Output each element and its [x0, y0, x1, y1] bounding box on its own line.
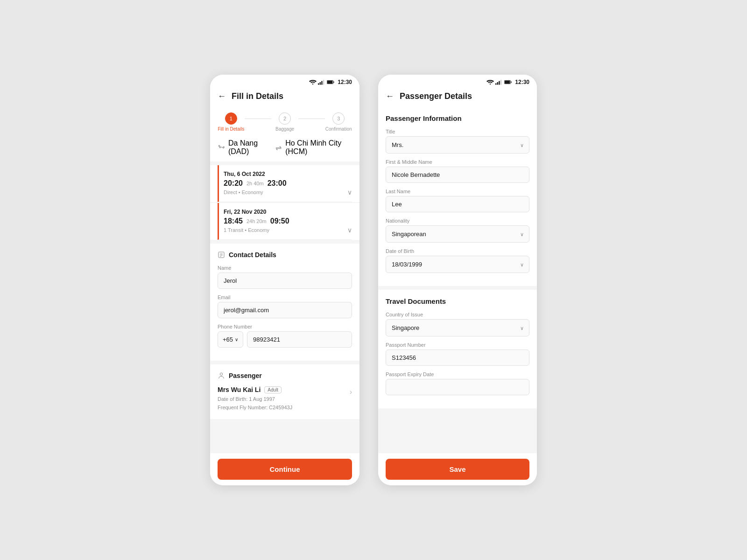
title-label: Title: [386, 129, 529, 134]
expand-flight-1[interactable]: ∨: [347, 189, 352, 196]
passenger-chevron[interactable]: ›: [350, 388, 352, 396]
flight-card-1: Thu, 6 Oct 2022 20:20 2h 40m 23:00 Direc…: [210, 165, 359, 202]
step-3: 3 Confirmation: [325, 112, 352, 132]
dob-select-wrapper: 18/03/1999: [386, 256, 529, 273]
passenger-info-title: Passenger Information: [386, 114, 529, 122]
flight-type-1: Direct • Economy ∨: [224, 189, 352, 196]
stepper: 1 Fill in Details 2 Baggage 3 Confirmati…: [210, 107, 359, 133]
svg-rect-17: [500, 80, 501, 84]
dob-select[interactable]: 18/03/1999: [386, 256, 529, 273]
flight-arrive-1: 23:00: [268, 179, 287, 188]
passport-expiry-field-group: Passport Expiry Date: [386, 371, 529, 395]
nationality-select-wrapper: Singaporean Malaysian Other: [386, 225, 529, 243]
step-circle-3: 3: [332, 112, 345, 125]
name-input[interactable]: [218, 273, 352, 289]
route-from: Da Nang (DAD): [228, 139, 272, 156]
back-button-right[interactable]: ←: [386, 91, 394, 101]
last-name-input[interactable]: [386, 196, 529, 212]
phone-code-chevron: ∨: [235, 337, 238, 342]
save-btn-container: Save: [378, 453, 537, 485]
flight-duration-2: 24h 20m: [247, 218, 267, 224]
contact-section: Contact Details Name Email Phone Number …: [210, 244, 359, 361]
phone-code-selector[interactable]: +65 ∨: [218, 331, 243, 348]
country-select[interactable]: Singapore Malaysia Other: [386, 319, 529, 336]
back-button-left[interactable]: ←: [218, 91, 226, 101]
route-arrow: ⇌: [275, 143, 282, 152]
status-icons-right: 12:30: [486, 78, 529, 86]
passenger-name: Mrs Wu Kai Li: [218, 386, 261, 393]
left-phone: 12:30 ← Fill in Details 1 Fill in Detail…: [210, 75, 359, 485]
flight-duration-1: 2h 40m: [247, 181, 264, 186]
save-button[interactable]: Save: [386, 459, 529, 480]
title-select[interactable]: Mrs. Mr. Ms.: [386, 136, 529, 154]
nationality-field-group: Nationality Singaporean Malaysian Other: [386, 218, 529, 243]
email-input[interactable]: [218, 302, 352, 318]
contact-header: Contact Details: [218, 251, 352, 259]
passport-num-input[interactable]: [386, 350, 529, 366]
passenger-name-row: Mrs Wu Kai Li Adult: [218, 386, 292, 393]
name-field-group: Name: [218, 265, 352, 289]
nationality-select[interactable]: Singaporean Malaysian Other: [386, 225, 529, 243]
page-title-left: Fill in Details: [232, 91, 283, 101]
step-circle-2: 2: [279, 112, 291, 125]
name-label: Name: [218, 265, 352, 271]
travel-docs-section: Travel Documents Country of Issue Singap…: [378, 290, 537, 408]
adult-badge: Adult: [264, 386, 282, 393]
flight-date-2: Fri, 22 Nov 2020: [224, 209, 352, 215]
phone-label: Phone Number: [218, 324, 352, 329]
first-name-input[interactable]: [386, 167, 529, 183]
step-line-2-3: [298, 119, 325, 119]
header-right: ← Passenger Details: [378, 88, 537, 107]
phone-number-input[interactable]: [247, 331, 352, 348]
country-issue-field-group: Country of Issue Singapore Malaysia Othe…: [386, 312, 529, 336]
passport-num-label: Passport Number: [386, 342, 529, 348]
passenger-ffn: Frequent Fly Number: C245943J: [218, 404, 292, 412]
page-title-right: Passenger Details: [400, 91, 472, 101]
dob-field-group: Date of Birth 18/03/1999: [386, 248, 529, 273]
content-right: Passenger Information Title Mrs. Mr. Ms.…: [378, 107, 537, 466]
continue-button[interactable]: Continue: [218, 459, 352, 480]
last-name-label: Last Name: [386, 189, 529, 194]
status-icons-left: 12:30: [309, 78, 352, 86]
plane-icon: [218, 143, 225, 152]
flight-times-1: 20:20 2h 40m 23:00: [224, 179, 352, 188]
passport-expiry-label: Passport Expiry Date: [386, 371, 529, 377]
header-left: ← Fill in Details: [210, 88, 359, 107]
svg-rect-8: [218, 252, 224, 258]
signal-icon-right: [495, 78, 503, 86]
step-circle-1: 1: [225, 112, 237, 125]
svg-point-0: [312, 84, 313, 84]
right-phone: 12:30 ← Passenger Details Passenger Info…: [378, 75, 537, 485]
passenger-dob: Date of Birth: 1 Aug 1997: [218, 395, 292, 404]
first-name-field-group: First & Middle Name: [386, 159, 529, 183]
svg-point-12: [220, 373, 222, 375]
svg-point-13: [490, 84, 491, 84]
first-name-label: First & Middle Name: [386, 159, 529, 165]
passenger-section: Passenger Mrs Wu Kai Li Adult Date of Bi…: [210, 364, 359, 419]
contact-icon: [218, 251, 225, 259]
step-label-1: Fill in Details: [218, 126, 244, 132]
flight-depart-2: 18:45: [224, 217, 243, 225]
continue-btn-container: Continue: [210, 453, 359, 485]
svg-rect-3: [321, 81, 322, 85]
email-label: Email: [218, 294, 352, 300]
svg-rect-19: [511, 81, 511, 83]
svg-rect-16: [499, 81, 500, 85]
passenger-title: Passenger: [229, 372, 262, 379]
phone-field-group: Phone Number +65 ∨: [218, 324, 352, 348]
title-select-wrapper: Mrs. Mr. Ms.: [386, 136, 529, 154]
route-section: Da Nang (DAD) ⇌ Ho Chi Minh City (HCM): [210, 133, 359, 161]
svg-rect-20: [505, 81, 510, 84]
passport-expiry-input[interactable]: [386, 379, 529, 395]
flight-date-1: Thu, 6 Oct 2022: [224, 171, 352, 177]
battery-icon: [327, 78, 334, 86]
expand-flight-2[interactable]: ∨: [347, 226, 352, 234]
content-left: Da Nang (DAD) ⇌ Ho Chi Minh City (HCM) T…: [210, 133, 359, 469]
passenger-row[interactable]: Mrs Wu Kai Li Adult Date of Birth: 1 Aug…: [218, 386, 352, 412]
svg-rect-15: [497, 82, 498, 85]
nationality-label: Nationality: [386, 218, 529, 224]
svg-rect-7: [327, 81, 333, 84]
svg-rect-2: [320, 82, 321, 85]
country-select-wrapper: Singapore Malaysia Other: [386, 319, 529, 336]
title-field-group: Title Mrs. Mr. Ms.: [386, 129, 529, 154]
